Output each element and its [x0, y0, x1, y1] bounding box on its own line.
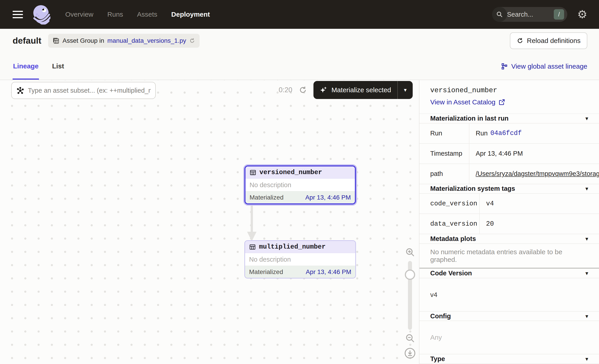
page-header: default Asset Group in manual_data_versi… — [0, 29, 599, 53]
dagster-logo[interactable] — [32, 4, 50, 25]
nav-item-assets[interactable]: Assets — [137, 11, 157, 18]
zoom-slider-handle[interactable] — [405, 269, 415, 280]
section-config[interactable]: Config ▾ — [419, 312, 599, 321]
node-description: No description — [246, 179, 355, 191]
materialize-dropdown-caret[interactable]: ▾ — [398, 87, 413, 93]
zoom-out-icon[interactable] — [405, 333, 415, 343]
node-description: No description — [245, 253, 355, 266]
asset-subset-input[interactable] — [28, 87, 151, 94]
node-timestamp-link[interactable]: Apr 13, 4:46 PM — [306, 269, 351, 276]
chevron-down-icon: ▾ — [585, 313, 588, 320]
view-in-asset-catalog-link[interactable]: View in Asset Catalog — [430, 98, 588, 106]
config-value: Any — [419, 321, 599, 354]
section-code-version[interactable]: Code Version ▾ — [419, 269, 599, 278]
zoom-slider-track[interactable] — [408, 261, 412, 330]
asset-group-file-link[interactable]: manual_data_versions_1.py — [107, 37, 186, 44]
asset-graph-canvas[interactable]: 0:20 Materialize selected ▾ — [0, 80, 419, 364]
gear-icon[interactable]: ⚙ — [577, 9, 587, 20]
table-row-data-version: data_version 20 — [419, 214, 599, 234]
lineage-icon — [501, 63, 508, 70]
badge-refresh-icon[interactable] — [189, 38, 195, 44]
external-link-icon — [499, 99, 505, 105]
sidebar-asset-title: versioned_number — [430, 87, 588, 94]
table-row-path: path /Users/sryza/dagster/tmppvqwm9e3/st… — [419, 164, 599, 184]
node-title: multiplied_number — [259, 243, 326, 251]
asset-group-badge: Asset Group in manual_data_versions_1.py — [48, 34, 200, 48]
chevron-down-icon: ▾ — [585, 115, 588, 122]
search-icon — [492, 7, 507, 22]
table-row-timestamp: Timestamp Apr 13, 4:46 PM — [419, 144, 599, 164]
zoom-controls — [403, 247, 417, 359]
global-search[interactable]: / — [492, 7, 567, 22]
nav-item-runs[interactable]: Runs — [107, 11, 123, 18]
asset-subset-filter[interactable] — [11, 82, 156, 99]
section-metadata-plots[interactable]: Metadata plots ▾ — [419, 234, 599, 244]
asset-node-multiplied-number[interactable]: multiplied_number No description Materia… — [244, 240, 356, 278]
section-materialization-system-tags[interactable]: Materialization system tags ▾ — [419, 184, 599, 194]
lineage-edge-arrow — [247, 202, 257, 242]
top-nav: Overview Runs Assets Deployment / ⚙ — [0, 0, 599, 29]
refresh-timer: 0:20 — [279, 86, 292, 94]
graph-actions: 0:20 Materialize selected ▾ — [279, 81, 413, 99]
section-type[interactable]: Type ▾ — [419, 354, 599, 364]
tab-list[interactable]: List — [52, 62, 64, 80]
chevron-down-icon: ▾ — [585, 270, 588, 277]
table-row-run: Run Run 04a6fcdf — [419, 123, 599, 144]
asset-sidebar: versioned_number View in Asset Catalog M… — [419, 80, 599, 364]
asset-group-text: Asset Group in — [62, 37, 104, 44]
run-id-link[interactable]: 04a6fcdf — [490, 130, 522, 137]
nav-item-deployment[interactable]: Deployment — [171, 11, 210, 18]
materialize-selected-button[interactable]: Materialize selected ▾ — [313, 81, 413, 99]
sparkles-icon — [320, 86, 328, 94]
chevron-down-icon: ▾ — [585, 235, 588, 242]
asset-group-icon — [53, 37, 59, 44]
table-icon — [249, 244, 256, 250]
nav-item-overview[interactable]: Overview — [65, 11, 93, 18]
reload-icon — [517, 37, 523, 44]
hamburger-menu-icon[interactable] — [13, 11, 23, 18]
node-status: Materialized — [250, 194, 283, 201]
nav-links: Overview Runs Assets Deployment — [65, 11, 210, 18]
chevron-down-icon: ▾ — [585, 185, 588, 192]
node-title: versioned_number — [259, 169, 322, 176]
search-input[interactable] — [507, 11, 554, 18]
search-shortcut-badge: / — [554, 9, 564, 20]
code-version-value: v4 — [419, 278, 599, 312]
node-timestamp-link[interactable]: Apr 13, 4:46 PM — [305, 194, 351, 201]
node-status: Materialized — [249, 269, 283, 276]
table-row-code-version: code_version v4 — [419, 194, 599, 214]
nav-right: / ⚙ — [492, 7, 587, 22]
tab-lineage[interactable]: Lineage — [13, 62, 39, 80]
tabs-row: Lineage List View global asset lineage — [0, 53, 599, 80]
path-link[interactable]: /Users/sryza/dagster/tmppvqwm9e3/storage — [476, 170, 599, 177]
table-icon — [250, 169, 256, 176]
reload-definitions-button[interactable]: Reload definitions — [510, 32, 588, 49]
zoom-in-icon[interactable] — [405, 247, 415, 257]
view-global-asset-lineage-link[interactable]: View global asset lineage — [501, 62, 587, 80]
page-title: default — [13, 36, 41, 46]
chevron-down-icon: ▾ — [585, 356, 588, 362]
section-materialization-last-run[interactable]: Materialization in last run ▾ — [419, 114, 599, 123]
asset-node-versioned-number[interactable]: versioned_number No description Material… — [244, 165, 356, 205]
graph-refresh-icon[interactable] — [299, 86, 307, 94]
asset-selector-icon — [16, 87, 24, 95]
metadata-plots-empty-message: No numeric metadata entries available to… — [419, 244, 599, 268]
download-image-icon[interactable] — [404, 347, 416, 359]
